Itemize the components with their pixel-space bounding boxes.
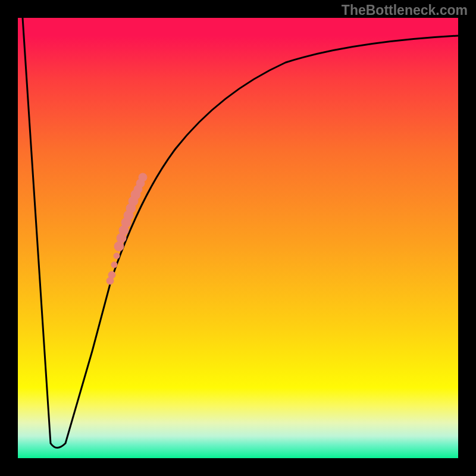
svg-point-3	[114, 253, 120, 259]
bottleneck-curve	[23, 18, 458, 448]
chart-frame: TheBottleneck.com	[0, 0, 476, 476]
curve-layer	[18, 18, 458, 458]
marker-cluster	[107, 173, 147, 284]
watermark-text: TheBottleneck.com	[342, 2, 468, 18]
svg-point-1	[108, 271, 115, 278]
svg-point-4	[114, 242, 124, 251]
svg-point-14	[139, 173, 147, 181]
plot-area	[18, 18, 458, 458]
svg-point-2	[111, 262, 117, 268]
